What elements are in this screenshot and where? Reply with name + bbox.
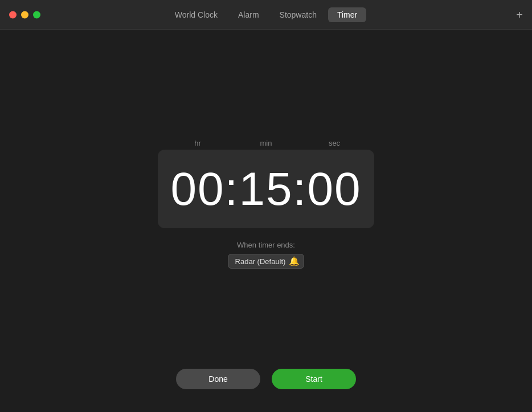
timer-display[interactable]: 00:15:00 [158,150,374,228]
title-bar: World Clock Alarm Stopwatch Timer + [0,0,532,30]
main-content: hr min sec 00:15:00 When timer ends: Rad… [0,30,532,412]
start-button[interactable]: Start [272,369,356,389]
maximize-button[interactable] [33,11,40,18]
minimize-button[interactable] [21,11,28,18]
timer-section: hr min sec 00:15:00 When timer ends: Rad… [158,139,374,269]
when-timer-ends: When timer ends: Radar (Default) 🔔 [228,241,305,269]
tab-alarm[interactable]: Alarm [229,7,268,22]
hr-label: hr [175,139,220,147]
timer-sep1: : [225,163,239,215]
timer-hours: 00 [170,163,224,215]
tab-stopwatch[interactable]: Stopwatch [271,7,326,22]
bottom-buttons: Done Start [176,369,356,389]
sound-selector-text: Radar (Default) [235,257,286,266]
timer-minutes: 15 [239,163,293,215]
timer-seconds: 00 [307,163,361,215]
nav-tabs: World Clock Alarm Stopwatch Timer [166,7,366,22]
sec-label: sec [312,139,357,147]
tab-timer[interactable]: Timer [328,7,366,22]
done-button[interactable]: Done [176,369,260,389]
time-labels: hr min sec [158,139,374,147]
window-controls [9,11,40,18]
min-label: min [243,139,289,147]
bell-icon: 🔔 [289,257,298,266]
close-button[interactable] [9,11,17,18]
when-timer-label: When timer ends: [228,241,305,249]
sound-selector[interactable]: Radar (Default) 🔔 [228,254,305,269]
add-button[interactable]: + [516,9,523,20]
tab-world-clock[interactable]: World Clock [166,7,227,22]
timer-digits: 00:15:00 [170,166,361,212]
timer-sep2: : [293,163,308,215]
